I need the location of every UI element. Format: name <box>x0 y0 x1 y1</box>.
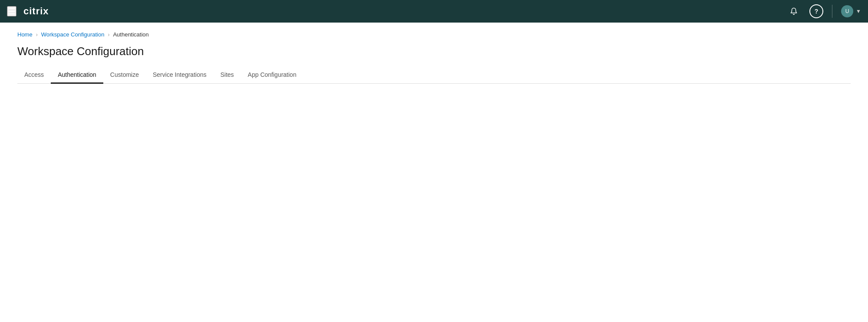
breadcrumb-workspace-config[interactable]: Workspace Configuration <box>41 31 105 38</box>
breadcrumb: Home › Workspace Configuration › Authent… <box>17 31 851 38</box>
breadcrumb-home[interactable]: Home <box>17 31 33 38</box>
hamburger-menu-button[interactable]: ☰ <box>7 6 16 16</box>
chevron-down-icon: ▼ <box>856 8 861 14</box>
breadcrumb-sep-1: › <box>36 32 38 38</box>
avatar: U <box>841 5 853 17</box>
nav-right-section: ? U ▼ <box>787 4 861 18</box>
tab-customize[interactable]: Customize <box>103 67 146 84</box>
top-navigation: ☰ citrix ? U ▼ <box>0 0 868 23</box>
tab-service-integrations[interactable]: Service Integrations <box>146 67 214 84</box>
breadcrumb-sep-2: › <box>108 32 109 38</box>
tab-sites[interactable]: Sites <box>214 67 241 84</box>
tab-app-configuration[interactable]: App Configuration <box>241 67 303 84</box>
notifications-button[interactable] <box>787 4 801 18</box>
breadcrumb-current: Authentication <box>113 31 148 38</box>
tabs-bar: Access Authentication Customize Service … <box>17 67 851 84</box>
tab-access[interactable]: Access <box>17 67 51 84</box>
tab-authentication[interactable]: Authentication <box>51 67 103 84</box>
user-menu[interactable]: U ▼ <box>841 5 861 17</box>
nav-divider <box>832 5 832 18</box>
help-button[interactable]: ? <box>809 4 823 18</box>
page-title: Workspace Configuration <box>17 45 851 58</box>
citrix-logo: citrix <box>23 6 49 17</box>
main-content: Home › Workspace Configuration › Authent… <box>0 23 868 322</box>
